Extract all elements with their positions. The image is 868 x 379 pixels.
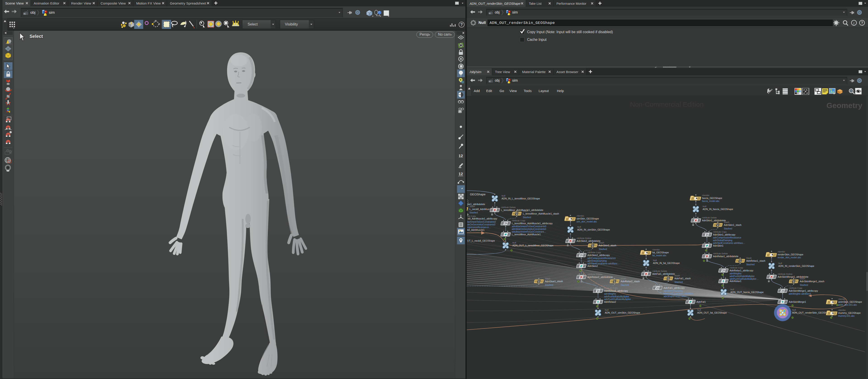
svg-text:Attribute Copy: Attribute Copy [604, 287, 618, 289]
svg-text:adnPushOutRatioMultiplier…: adnPushOutRatioMultiplier… [604, 298, 633, 301]
svg-text:AdnSkinMerge1_stash: AdnSkinMerge1_stash [800, 280, 825, 283]
svg-text:ADN_IN_renderSkin_GEOShape: ADN_IN_renderSkin_GEOShape [778, 265, 814, 267]
svg-text:Attribute Copy: Attribute Copy [730, 267, 743, 269]
svg-text:Null: Null [703, 205, 706, 208]
svg-text:Stashed: Stashed [746, 263, 754, 266]
svg-text:Alembic: Alembic [778, 250, 785, 253]
svg-text:Alembic: Alembic [577, 214, 584, 217]
svg-text:Stash: Stash [621, 277, 626, 280]
svg-text:AdnSkinMerge1_attribcopy: AdnSkinMerge1_attribcopy [789, 289, 818, 292]
svg-text:ADN_IN_L_teresMinor_GEOShape: ADN_IN_L_teresMinor_GEOShape [501, 197, 540, 200]
svg-text:simSkin_GEOShape: simSkin_GEOShape [577, 217, 599, 220]
svg-text:L_teresMinor_AdnMuscle1_stash: L_teresMinor_AdnMuscle1_stash [523, 212, 559, 215]
svg-text:Attribute Delete: Attribute Delete [587, 273, 602, 275]
svg-text:Attribute Copy: Attribute Copy [713, 231, 726, 233]
svg-text:AdnSkin1_stash: AdnSkin1_stash [724, 223, 742, 226]
svg-text:Attribute Delete: Attribute Delete [577, 237, 591, 239]
svg-text:Null: Null [605, 309, 609, 311]
svg-text:Alembic: Alembic [652, 248, 660, 251]
svg-text:AdnRelax2: AdnRelax2 [604, 301, 616, 303]
svg-text:Stash: Stash [724, 221, 729, 223]
svg-text:Stash: Stash [545, 277, 550, 280]
svg-text:deOnGeometryConstraints0: deOnGeometryConstraints0 [467, 223, 495, 226]
svg-text:AdnFat1_stash: AdnFat1_stash [674, 277, 691, 280]
svg-text:AdnGlue1_stash: AdnGlue1_stash [545, 280, 563, 283]
svg-text:adnWeights: adnWeights [604, 292, 616, 295]
svg-text:AdnRelax2_attribdelete: AdnRelax2_attribdelete [587, 276, 613, 278]
svg-text:Null: Null [778, 262, 782, 265]
svg-text:adnHardConstraints adnMass: adnHardConstraints adnMass [663, 292, 693, 295]
svg-text:L_teresMinor_AdnMuscle1_attrib: L_teresMinor_AdnMuscle1_attribcopy [512, 222, 553, 225]
svg-text:i: i [853, 21, 855, 25]
svg-text:ADN_IN_simSkin_GEOShape: ADN_IN_simSkin_GEOShape [577, 228, 610, 231]
svg-text:Stash: Stash [523, 210, 528, 212]
svg-text:L_teresMinor_AdnMuscle1: L_teresMinor_AdnMuscle1 [512, 233, 540, 236]
svg-text:AdnSkin2_attribcopy: AdnSkin2_attribcopy [587, 254, 610, 256]
svg-text:Stashed: Stashed [545, 284, 553, 286]
svg-text:adnSlideOnGeometryConstraints0: adnSlideOnGeometryConstraints0 [512, 228, 546, 230]
svg-text:fat_GEOShape: fat_GEOShape [652, 251, 669, 254]
svg-text:L_teresMinor_AdnMuscle1_attrib: L_teresMinor_AdnMuscle1_attribdelete [501, 209, 544, 211]
svg-text:AdnRelax1_attribdelete: AdnRelax1_attribdelete [713, 255, 738, 257]
svg-text:ADN_OUT_L_teresMinor_GEOShape: ADN_OUT_L_teresMinor_GEOShape [513, 244, 554, 247]
svg-text:Null: Null [731, 288, 734, 290]
svg-text:?: ? [861, 21, 863, 25]
svg-text:AdnSkinMerge1: AdnSkinMerge1 [789, 301, 806, 303]
svg-text:adnShapePreservation…: adnShapePreservation… [663, 295, 689, 298]
svg-text:adnWeights: adnWeights [730, 272, 742, 275]
svg-text:UT_L_neck8_GEOShape: UT_L_neck8_GEOShape [467, 239, 495, 242]
svg-text:Stashed: Stashed [599, 248, 607, 250]
svg-text:adnGlobalDamping: adnGlobalDamping [663, 290, 683, 292]
svg-text:mummy.001.abc: mummy.001.abc [838, 315, 855, 317]
svg-text:sim_skin_model.abc: sim_skin_model.abc [577, 220, 597, 223]
svg-text:adnWeights adnBlend: adnWeights adnBlend [789, 292, 811, 295]
svg-text:ADN_OUT_fascia_GEOShape: ADN_OUT_fascia_GEOShape [731, 291, 764, 294]
svg-text:adnPushInRatioMultiplier: adnPushInRatioMultiplier [730, 275, 755, 277]
svg-text:AdnSkin2_attribdelete: AdnSkin2_attribdelete [577, 240, 600, 242]
svg-text:ADN_IN_fascia_GEOShape: ADN_IN_fascia_GEOShape [703, 208, 733, 210]
svg-text:Stash: Stash [800, 277, 805, 280]
svg-text:Stash: Stash [674, 274, 680, 277]
svg-text:ADN_OUT_simSkin_GEOShape: ADN_OUT_simSkin_GEOShape [605, 311, 640, 314]
svg-text:AdnSkin2_stash: AdnSkin2_stash [599, 244, 616, 247]
svg-text:Attribute Copy: Attribute Copy [663, 284, 677, 286]
svg-text:adnCompressionResistance: adnCompressionResistance [713, 236, 742, 239]
svg-text:adnPushInRatioMultiplier: adnPushInRatioMultiplier [604, 295, 629, 298]
svg-text:k8_AdnMuscle1: k8_AdnMuscle1 [467, 229, 485, 231]
svg-text:Attribute Delete: Attribute Delete [652, 270, 667, 272]
svg-text:Null: Null [653, 259, 656, 262]
svg-text:Alembic: Alembic [838, 309, 846, 311]
svg-text:Stashed: Stashed [469, 211, 478, 214]
svg-text:fascia_GEOShape: fascia_GEOShape [702, 197, 722, 199]
svg-text:AdnFat1: AdnFat1 [696, 301, 706, 303]
svg-text:adnCompressionResistance: adnCompressionResistance [587, 257, 616, 260]
svg-text:adnGlobalDamping: adnGlobalDamping [713, 239, 733, 242]
svg-text:adnAttachmentToGeoConstraint…: adnAttachmentToGeoConstraint… [512, 231, 546, 233]
svg-text:Stashed: Stashed [724, 228, 732, 230]
svg-text:Null: Null [501, 195, 505, 197]
svg-text:ADN_OUT_fat_GEOShape: ADN_OUT_fat_GEOShape [697, 311, 727, 314]
svg-text:AdnFat1_attribcopy: AdnFat1_attribcopy [663, 286, 685, 289]
svg-text:fat_model.abc: fat_model.abc [652, 254, 666, 257]
svg-text:tachmentToGeoConstraints0: tachmentToGeoConstraints0 [467, 220, 496, 223]
svg-text::k8_AdnMuscle1_attribcopy: :k8_AdnMuscle1_attribcopy [467, 217, 497, 220]
svg-text:Alembic: Alembic [702, 194, 710, 197]
svg-text:mummy_GEOShape: mummy_GEOShape [838, 312, 861, 314]
svg-text:L_neck8_AdnMusc: L_neck8_AdnMusc [469, 208, 490, 210]
svg-text:AdnSkin1_attribdelete: AdnSkin1_attribdelete [702, 219, 726, 222]
svg-text:AdnRelax2_attribcopy: AdnRelax2_attribcopy [604, 289, 628, 292]
svg-text:Stash: Stash [599, 241, 604, 244]
svg-text:ADN_OUT_renderSkin_GEOShape: ADN_OUT_renderSkin_GEOShape [792, 311, 831, 314]
svg-text:anim_skin.001.abc: anim_skin.001.abc [838, 304, 857, 306]
svg-text:mpressionResistance…: mpressionResistance… [467, 226, 491, 229]
svg-text:Stashed: Stashed [800, 284, 808, 286]
svg-text:Attribute Delete: Attribute Delete [501, 206, 516, 208]
svg-text:Attribute Copy: Attribute Copy [789, 287, 802, 289]
svg-text:adnAttachmentToGeoConstraints0: adnAttachmentToGeoConstraints0 [512, 225, 546, 228]
svg-text:Null: Null [792, 309, 796, 311]
svg-text:ADN_IN_fat_GEOShape: ADN_IN_fat_GEOShape [653, 262, 680, 265]
svg-text:Null: Null [577, 226, 581, 228]
svg-text:AdnSkin2: AdnSkin2 [587, 265, 598, 267]
svg-text:ute Copy: ute Copy [467, 215, 476, 217]
svg-text:GEOShape: GEOShape [470, 193, 486, 196]
